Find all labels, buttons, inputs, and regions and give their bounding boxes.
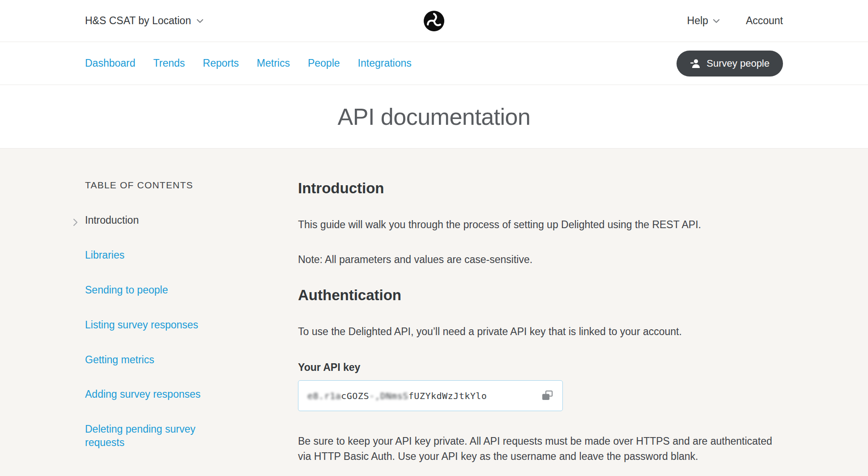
toc-item-label[interactable]: Adding survey responses	[85, 388, 200, 400]
toc-item-sending-to-people[interactable]: Sending to people	[85, 284, 219, 297]
nav-item-trends[interactable]: Trends	[153, 57, 185, 69]
help-menu[interactable]: Help	[687, 15, 720, 27]
toc-item-label: Introduction	[85, 214, 139, 226]
authentication-heading: Authentication	[298, 287, 783, 304]
toc-item-label[interactable]: Listing survey responses	[85, 319, 198, 331]
introduction-paragraph-2: Note: All parameters and values are case…	[298, 252, 783, 267]
toc-item-listing-survey-responses[interactable]: Listing survey responses	[85, 319, 219, 332]
chevron-right-icon	[73, 217, 78, 230]
chevron-down-icon	[713, 19, 720, 23]
help-label: Help	[687, 15, 708, 27]
page-title: API documentation	[338, 103, 531, 130]
nav-item-dashboard[interactable]: Dashboard	[85, 57, 136, 69]
content-area: TABLE OF CONTENTS Introduction Libraries…	[0, 149, 868, 476]
chevron-down-icon	[196, 19, 204, 23]
api-key-field[interactable]: e8.r1acGOZS-,DNmsSfUZYkdWzJtkYlo	[298, 380, 563, 411]
toc-item-libraries[interactable]: Libraries	[85, 249, 219, 262]
introduction-heading: Introduction	[298, 180, 783, 197]
article: Introduction This guide will walk you th…	[298, 180, 783, 476]
table-of-contents: TABLE OF CONTENTS Introduction Libraries…	[85, 180, 298, 476]
account-link[interactable]: Account	[746, 15, 783, 27]
api-key-label: Your API key	[298, 361, 783, 374]
api-key-value: e8.r1acGOZS-,DNmsSfUZYkdWzJtkYlo	[307, 391, 487, 401]
project-selector[interactable]: H&S CSAT by Location	[85, 15, 204, 27]
toc-item-deleting-pending-survey-requests[interactable]: Deleting pending survey requests	[85, 423, 219, 450]
copy-icon[interactable]	[541, 390, 553, 401]
survey-people-button[interactable]: Survey people	[677, 51, 783, 76]
toc-heading: TABLE OF CONTENTS	[85, 180, 298, 191]
page-title-section: API documentation	[0, 85, 868, 149]
toc-item-label[interactable]: Sending to people	[85, 284, 168, 296]
authentication-paragraph-1: To use the Delighted API, you’ll need a …	[298, 324, 783, 339]
authentication-paragraph-2: Be sure to keep your API key private. Al…	[298, 434, 783, 464]
nav-item-reports[interactable]: Reports	[203, 57, 239, 69]
nav-item-integrations[interactable]: Integrations	[358, 57, 412, 69]
nav-item-metrics[interactable]: Metrics	[257, 57, 290, 69]
main-nav: Dashboard Trends Reports Metrics People …	[0, 42, 868, 85]
introduction-paragraph-1: This guide will walk you through the pro…	[298, 217, 783, 232]
person-icon	[690, 59, 701, 68]
top-bar: H&S CSAT by Location Help	[0, 0, 868, 42]
toc-item-adding-survey-responses[interactable]: Adding survey responses	[85, 388, 219, 401]
toc-item-label[interactable]: Libraries	[85, 249, 124, 261]
toc-item-introduction[interactable]: Introduction	[85, 214, 219, 227]
toc-item-label[interactable]: Deleting pending survey requests	[85, 423, 196, 448]
project-selector-label: H&S CSAT by Location	[85, 15, 191, 27]
toc-item-getting-metrics[interactable]: Getting metrics	[85, 353, 219, 367]
delighted-logo[interactable]	[423, 10, 445, 32]
toc-item-label[interactable]: Getting metrics	[85, 354, 154, 366]
nav-item-people[interactable]: People	[308, 57, 340, 69]
survey-people-label: Survey people	[706, 58, 770, 69]
